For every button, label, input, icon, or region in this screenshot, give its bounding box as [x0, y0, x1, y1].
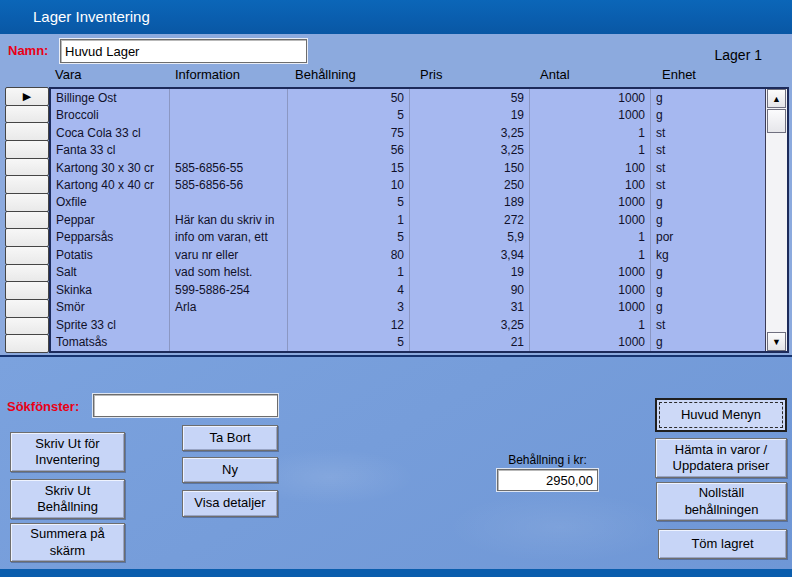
cell-antal[interactable]: 100: [530, 159, 651, 176]
row-selector-cell[interactable]: [5, 122, 49, 141]
cell-information[interactable]: [170, 316, 288, 333]
cell-information[interactable]: [170, 333, 288, 350]
cell-information[interactable]: [170, 89, 288, 106]
cell-antal[interactable]: 1000: [530, 333, 651, 350]
skriv-ut-behallning-button[interactable]: Skriv Ut Behållning: [10, 479, 125, 519]
cell-behallning[interactable]: 5: [288, 194, 410, 211]
cell-antal[interactable]: 100: [530, 176, 651, 193]
column-header-pris[interactable]: Pris: [420, 67, 442, 82]
cell-pris[interactable]: 3,94: [410, 246, 530, 263]
cell-antal[interactable]: 1: [530, 229, 651, 246]
cell-vara[interactable]: Broccoli: [51, 106, 170, 123]
column-header-information[interactable]: Information: [175, 67, 240, 82]
cell-pris[interactable]: 250: [410, 176, 530, 193]
row-selector-cell[interactable]: [5, 193, 49, 212]
nollstall-behallningen-button[interactable]: Nollställ behållningen: [656, 482, 787, 521]
ta-bort-button[interactable]: Ta Bort: [182, 425, 278, 451]
cell-pris[interactable]: 21: [410, 333, 530, 350]
cell-antal[interactable]: 1000: [530, 211, 651, 228]
cell-antal[interactable]: 1: [530, 246, 651, 263]
table-row[interactable]: Broccoli5191000g: [51, 106, 765, 123]
table-row[interactable]: Fanta 33 cl563,251st: [51, 141, 765, 158]
cell-pris[interactable]: 31: [410, 298, 530, 315]
cell-vara[interactable]: Sprite 33 cl: [51, 316, 170, 333]
cell-enhet[interactable]: g: [651, 281, 765, 298]
table-row[interactable]: Tomatsås5211000g: [51, 333, 765, 350]
cell-behallning[interactable]: 56: [288, 141, 410, 158]
cell-vara[interactable]: Billinge Ost: [51, 89, 170, 106]
cell-information[interactable]: info om varan, ett: [170, 229, 288, 246]
cell-vara[interactable]: Skinka: [51, 281, 170, 298]
cell-antal[interactable]: 1000: [530, 281, 651, 298]
cell-vara[interactable]: Pepparsås: [51, 229, 170, 246]
cell-vara[interactable]: Kartong 40 x 40 cr: [51, 176, 170, 193]
cell-antal[interactable]: 1000: [530, 89, 651, 106]
cell-information[interactable]: Arla: [170, 298, 288, 315]
cell-enhet[interactable]: g: [651, 211, 765, 228]
hamta-in-varor-uppdatera-priser-button[interactable]: Hämta in varor / Uppdatera priser: [655, 438, 787, 478]
cell-vara[interactable]: Oxfile: [51, 194, 170, 211]
cell-behallning[interactable]: 75: [288, 124, 410, 141]
behallning-i-kr-input[interactable]: [497, 469, 598, 491]
cell-enhet[interactable]: st: [651, 141, 765, 158]
cell-enhet[interactable]: g: [651, 264, 765, 281]
cell-information[interactable]: varu nr eller: [170, 246, 288, 263]
visa-detaljer-button[interactable]: Visa detaljer: [182, 490, 278, 517]
scroll-up-button[interactable]: ▲: [767, 89, 786, 108]
cell-antal[interactable]: 1: [530, 141, 651, 158]
cell-enhet[interactable]: st: [651, 176, 765, 193]
cell-antal[interactable]: 1000: [530, 298, 651, 315]
cell-pris[interactable]: 59: [410, 89, 530, 106]
cell-pris[interactable]: 19: [410, 264, 530, 281]
table-row[interactable]: Potatisvaru nr eller803,941kg: [51, 246, 765, 263]
cell-vara[interactable]: Peppar: [51, 211, 170, 228]
cell-vara[interactable]: Tomatsås: [51, 333, 170, 350]
row-selector-cell[interactable]: [5, 175, 49, 194]
row-selector-cell[interactable]: [5, 299, 49, 318]
row-selector-cell[interactable]: [5, 246, 49, 265]
cell-vara[interactable]: Coca Cola 33 cl: [51, 124, 170, 141]
table-row[interactable]: Sprite 33 cl123,251st: [51, 316, 765, 333]
cell-behallning[interactable]: 10: [288, 176, 410, 193]
cell-enhet[interactable]: kg: [651, 246, 765, 263]
vertical-scrollbar[interactable]: ▲ ▼: [765, 89, 787, 351]
row-selector-cell[interactable]: [5, 140, 49, 159]
tom-lagret-button[interactable]: Töm lagret: [658, 529, 787, 559]
cell-behallning[interactable]: 5: [288, 106, 410, 123]
cell-pris[interactable]: 3,25: [410, 124, 530, 141]
row-selector-cell[interactable]: [5, 334, 49, 353]
row-selector-cell[interactable]: [5, 228, 49, 247]
cell-behallning[interactable]: 80: [288, 246, 410, 263]
cell-vara[interactable]: Kartong 30 x 30 cr: [51, 159, 170, 176]
table-row[interactable]: Oxfile51891000g: [51, 194, 765, 211]
row-selector-cell[interactable]: [5, 105, 49, 124]
cell-behallning[interactable]: 3: [288, 298, 410, 315]
cell-information[interactable]: Här kan du skriv in: [170, 211, 288, 228]
cell-behallning[interactable]: 50: [288, 89, 410, 106]
cell-pris[interactable]: 272: [410, 211, 530, 228]
table-row[interactable]: Saltvad som helst.1191000g: [51, 264, 765, 281]
cell-enhet[interactable]: st: [651, 316, 765, 333]
cell-vara[interactable]: Salt: [51, 264, 170, 281]
namn-input[interactable]: [60, 39, 307, 63]
cell-behallning[interactable]: 5: [288, 333, 410, 350]
row-selector-cell[interactable]: [5, 317, 49, 336]
cell-vara[interactable]: Smör: [51, 298, 170, 315]
table-row[interactable]: Skinka599-5886-2544901000g: [51, 281, 765, 298]
skriv-ut-for-inventering-button[interactable]: Skriv Ut för Inventering: [10, 432, 125, 472]
table-row[interactable]: Coca Cola 33 cl753,251st: [51, 124, 765, 141]
table-row[interactable]: Billinge Ost50591000g: [51, 89, 765, 106]
cell-enhet[interactable]: g: [651, 298, 765, 315]
cell-behallning[interactable]: 1: [288, 264, 410, 281]
scrollbar-thumb[interactable]: [767, 109, 786, 133]
table-row[interactable]: PepparHär kan du skriv in12721000g: [51, 211, 765, 228]
ny-button[interactable]: Ny: [182, 457, 278, 483]
cell-vara[interactable]: Fanta 33 cl: [51, 141, 170, 158]
cell-antal[interactable]: 1000: [530, 106, 651, 123]
cell-antal[interactable]: 1: [530, 124, 651, 141]
cell-vara[interactable]: Potatis: [51, 246, 170, 263]
cell-behallning[interactable]: 1: [288, 211, 410, 228]
cell-information[interactable]: 585-6856-55: [170, 159, 288, 176]
column-header-antal[interactable]: Antal: [540, 67, 570, 82]
cell-enhet[interactable]: st: [651, 159, 765, 176]
